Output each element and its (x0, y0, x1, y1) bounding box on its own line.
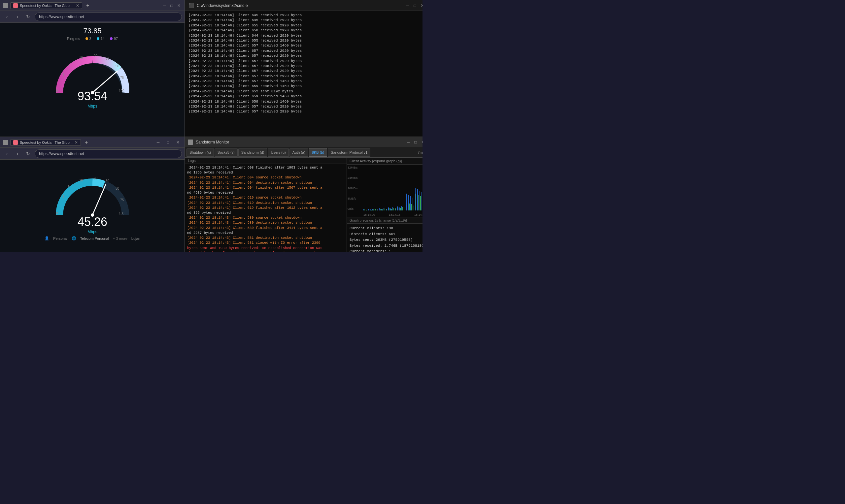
stat-line: Current managers: 1 (350, 249, 423, 252)
svg-text:1: 1 (63, 73, 65, 76)
close-top-browser[interactable]: ✕ (176, 3, 182, 8)
bar-green (389, 208, 389, 211)
svg-text:10: 10 (79, 178, 83, 182)
browser-top-titlebar: Speedtest by Ookla - The Glob... ✕ + ─ □… (0, 0, 184, 11)
cmd-line: [2024-02-23 18:14:46] Client 657 receive… (189, 109, 423, 114)
sandstorm-tab[interactable]: Socks5 (s) (214, 148, 237, 157)
graph-panel: Client Activity [expand graph (g)] 32MB/… (347, 158, 423, 252)
sandstorm-pane: Sandstorm Monitor ─ □ ✕ Shutdown (x)Sock… (185, 137, 423, 252)
svg-text:0: 0 (56, 212, 58, 215)
close-bottom-browser[interactable]: ✕ (174, 139, 182, 146)
graph-bar-group (417, 189, 419, 211)
close-sandstorm[interactable]: ✕ (420, 139, 423, 145)
svg-text:1: 1 (63, 195, 65, 199)
graph-bar-group (408, 195, 410, 211)
minimize-top-browser[interactable]: ─ (161, 3, 168, 8)
cmd-line: [2024-02-23 18:14:46] Client 657 receive… (189, 104, 423, 109)
maximize-top-browser[interactable]: □ (169, 3, 175, 8)
svg-text:30: 30 (106, 57, 110, 60)
svg-text:20: 20 (94, 177, 98, 180)
back-btn-top[interactable]: ‹ (3, 13, 11, 21)
graph-bar-group (415, 188, 417, 211)
refresh-btn-bottom[interactable]: ↻ (24, 150, 32, 158)
isp-more: + 3 more (113, 236, 127, 240)
tab-close-bottom[interactable]: ✕ (75, 140, 78, 145)
cmd-line: [2024-02-23 18:14:46] Client 644 receive… (189, 33, 423, 38)
isp-row: 👤 Personal 🌐 Telecom Personal + 3 more L… (45, 236, 140, 240)
browser-bottom-tab-favicon (13, 140, 18, 145)
new-tab-bottom[interactable]: + (83, 140, 90, 145)
bar-green (402, 207, 403, 211)
bar-green (365, 210, 365, 211)
log-line: [2024-02-23 18:14:41] Client 604 finishe… (187, 185, 345, 190)
forward-btn-bottom[interactable]: › (14, 150, 21, 158)
log-line: [2024-02-23 18:14:41] Client 604 source … (187, 175, 345, 180)
cmd-line: [2024-02-23 18:14:46] Client 655 receive… (189, 38, 423, 43)
svg-point-10 (91, 91, 94, 94)
sandstorm-tab[interactable]: Auth (a) (289, 148, 308, 157)
graph-bar-group (381, 209, 383, 211)
maximize-bottom-browser[interactable]: □ (164, 139, 172, 146)
browser-top-favicon (3, 3, 8, 8)
bar-green (418, 195, 419, 211)
bar-green (395, 209, 396, 211)
sandstorm-tab[interactable]: Shutdown (x) (187, 148, 214, 157)
url-field-top[interactable] (35, 13, 182, 21)
url-field-bottom[interactable] (35, 149, 182, 158)
isp-location: Lujan (131, 236, 140, 240)
log-line: nd 4636 bytes received (187, 190, 345, 195)
graph-bar-group (375, 209, 376, 211)
refresh-btn-top[interactable]: ↻ (24, 13, 32, 21)
cmd-line: [2024-02-23 18:14:46] Client 657 receive… (189, 64, 423, 69)
speed-unit-bottom: Mbps (77, 230, 107, 234)
log-line: [2024-02-23 18:14:43] Client 581 closed … (187, 240, 345, 246)
close-cmd[interactable]: ✕ (419, 3, 423, 8)
minimize-cmd[interactable]: ─ (405, 3, 411, 8)
svg-text:75: 75 (120, 198, 124, 202)
back-btn-bottom[interactable]: ‹ (3, 150, 11, 158)
speedometer-bottom: 0 1 5 10 20 30 50 75 100 (50, 166, 135, 218)
browser-bottom-titlebar: Speedtest by Ookla - The Glob... ✕ + ─ □… (0, 137, 184, 148)
graph-bars (364, 166, 423, 211)
graph-bar-group (397, 206, 399, 211)
sandstorm-tab[interactable]: 8KB (b) (309, 148, 327, 157)
svg-text:5: 5 (68, 185, 70, 189)
cmd-line: [2024-02-23 18:14:46] Client 657 receive… (189, 49, 423, 53)
bar-green (377, 210, 378, 211)
logs-content: [2024-02-23 18:14:41] Client 608 finishe… (185, 164, 347, 252)
svg-line-20 (92, 185, 106, 215)
minimize-bottom-browser[interactable]: ─ (154, 139, 162, 146)
globe-icon: 🌐 (72, 236, 76, 240)
minimize-sandstorm[interactable]: ─ (405, 139, 411, 145)
address-bar-bottom: ‹ › ↻ (0, 148, 184, 160)
log-line: aborted by the software in your host mac… (187, 251, 345, 252)
graph-x-label: 18:14:00 (364, 213, 375, 216)
svg-text:75: 75 (120, 76, 124, 79)
bar-green (391, 209, 392, 211)
sandstorm-tab[interactable]: Users (u) (268, 148, 288, 157)
cmd-line: [2024-02-23 18:14:46] Client 657 receive… (189, 59, 423, 64)
graph-bar-group (390, 209, 392, 211)
browser-top-tab-favicon (13, 3, 18, 8)
graph-bar-group (370, 210, 372, 211)
sandstorm-tab[interactable]: Sandstorm (d) (238, 148, 267, 157)
sandstorm-tabs: Shutdown (x)Socks5 (s)Sandstorm (d)Users… (185, 147, 423, 158)
tab-close-top[interactable]: ✕ (76, 3, 79, 8)
sandstorm-titlebar: Sandstorm Monitor ─ □ ✕ (185, 137, 423, 147)
sandstorm-tab[interactable]: Sandstorm Protocol v1 (328, 148, 370, 157)
graph-bar-group (366, 210, 368, 211)
graph-bar-group (401, 206, 403, 211)
forward-btn-top[interactable]: › (14, 13, 21, 21)
graph-y-label: 16MB/s (348, 187, 358, 190)
log-line: nd 2257 bytes received (187, 231, 345, 235)
graph-bar-group (372, 209, 374, 211)
log-line: [2024-02-23 18:14:43] Client 580 destina… (187, 220, 345, 225)
cmd-line: [2024-02-23 18:14:46] Client 657 receive… (189, 74, 423, 79)
new-tab-top[interactable]: + (84, 3, 91, 8)
maximize-sandstorm[interactable]: □ (412, 139, 419, 145)
speed-top-value: 73.85 (83, 27, 101, 35)
graph-bar-group (368, 209, 370, 211)
graph-activity-label: Client Activity [expand graph (g)] (350, 159, 402, 163)
cmd-line: [2024-02-23 18:14:46] Client 657 receive… (189, 43, 423, 48)
maximize-cmd[interactable]: □ (412, 3, 418, 8)
